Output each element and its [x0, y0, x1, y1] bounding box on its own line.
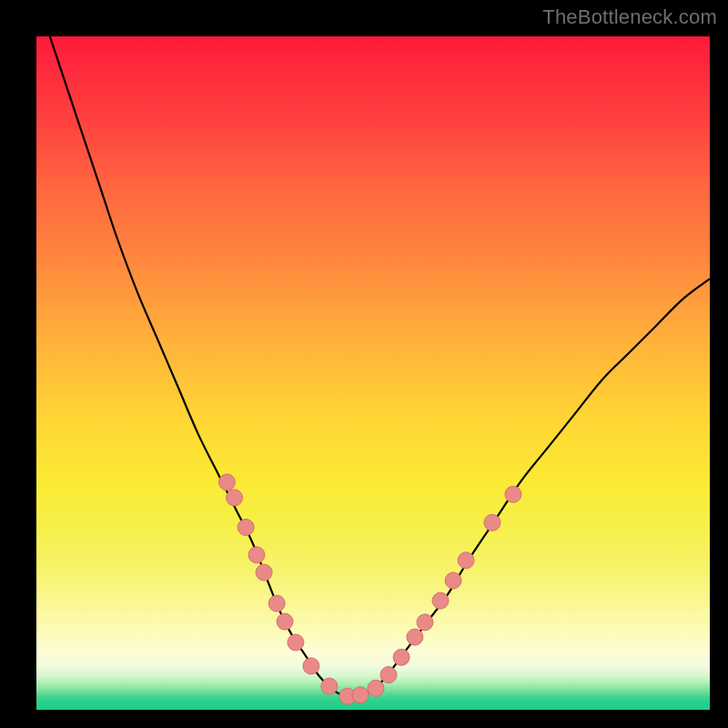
marker-dot: [256, 564, 272, 581]
marker-dot: [303, 658, 319, 674]
marker-dot: [417, 614, 433, 631]
chart-svg: [36, 36, 710, 710]
marker-dot: [368, 680, 384, 696]
data-markers: [218, 474, 521, 704]
marker-dot: [218, 474, 235, 490]
bottleneck-curve: [50, 36, 710, 697]
marker-dot: [248, 547, 265, 563]
marker-dot: [407, 629, 423, 645]
marker-dot: [268, 595, 285, 612]
marker-dot: [484, 514, 500, 531]
marker-dot: [432, 592, 449, 609]
plot-area: [36, 36, 710, 710]
marker-dot: [238, 519, 254, 535]
marker-dot: [393, 649, 410, 665]
marker-dot: [277, 613, 293, 630]
marker-dot: [458, 552, 474, 569]
watermark-text: TheBottleneck.com: [542, 5, 717, 29]
marker-dot: [445, 572, 461, 589]
marker-dot: [505, 486, 521, 502]
marker-dot: [380, 667, 397, 683]
marker-dot: [352, 687, 369, 703]
marker-dot: [227, 490, 243, 506]
marker-dot: [321, 678, 338, 694]
marker-dot: [288, 634, 304, 651]
outer-frame: TheBottleneck.com: [0, 0, 728, 728]
